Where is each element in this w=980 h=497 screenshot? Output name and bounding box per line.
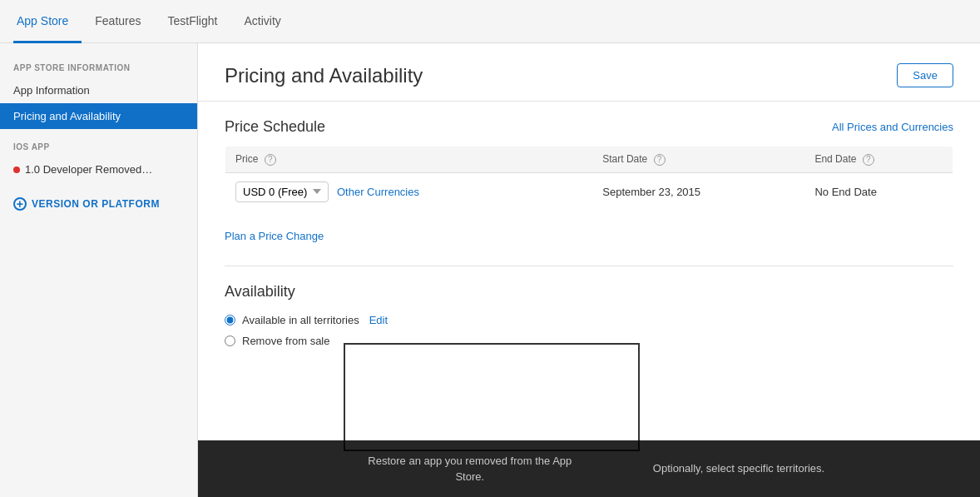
sidebar: APP STORE INFORMATION App Information Pr… xyxy=(0,43,198,497)
page-header: Pricing and Availability Save xyxy=(198,43,980,102)
tooltip-overlay: Restore an app you removed from the App … xyxy=(198,440,980,497)
price-select[interactable]: USD 0 (Free) xyxy=(235,181,329,202)
radio-available-input[interactable] xyxy=(225,315,235,326)
col-price: Price ? xyxy=(225,147,593,173)
edit-territories-link[interactable]: Edit xyxy=(369,314,388,326)
page-title: Pricing and Availability xyxy=(225,64,423,87)
nav-item-features[interactable]: Features xyxy=(82,0,154,43)
main-content: Pricing and Availability Save Price Sche… xyxy=(198,43,980,497)
col-start-date: Start Date ? xyxy=(592,147,804,173)
sidebar-section-label: APP STORE INFORMATION xyxy=(0,57,197,77)
radio-option-available: Available in all territories Edit xyxy=(225,314,953,326)
red-status-dot xyxy=(13,166,20,173)
save-button[interactable]: Save xyxy=(897,63,953,87)
all-prices-link[interactable]: All Prices and Currencies xyxy=(832,121,953,133)
sidebar-ios-label: iOS APP xyxy=(0,129,197,157)
availability-section: Availability Available in all territorie… xyxy=(198,266,980,372)
tooltip-text-1: Restore an app you removed from the App … xyxy=(354,453,587,485)
price-help-icon[interactable]: ? xyxy=(265,154,276,166)
other-currencies-link[interactable]: Other Currencies xyxy=(337,186,419,198)
layout: APP STORE INFORMATION App Information Pr… xyxy=(0,43,980,497)
price-select-wrap: USD 0 (Free) Other Currencies xyxy=(235,181,419,202)
start-date-help-icon[interactable]: ? xyxy=(654,154,666,166)
nav-item-testflight[interactable]: TestFlight xyxy=(155,0,231,43)
col-end-date: End Date ? xyxy=(804,147,953,173)
add-version-button[interactable]: + VERSION OR PLATFORM xyxy=(0,189,197,219)
radio-remove-input[interactable] xyxy=(225,335,235,346)
nav-item-appstore[interactable]: App Store xyxy=(13,0,82,43)
price-schedule-header: Price Schedule All Prices and Currencies xyxy=(225,118,953,136)
tooltip-text-2: Optionally, select specific territories. xyxy=(653,460,824,477)
sidebar-item-ios-version[interactable]: 1.0 Developer Removed… xyxy=(0,157,197,182)
price-cell: USD 0 (Free) Other Currencies xyxy=(225,172,593,211)
start-date-cell: September 23, 2015 xyxy=(592,172,804,211)
end-date-help-icon[interactable]: ? xyxy=(863,154,874,166)
radio-option-remove: Remove from sale xyxy=(225,335,953,347)
price-table: Price ? Start Date ? End Date ? xyxy=(225,146,953,211)
sidebar-item-app-information[interactable]: App Information xyxy=(0,77,197,103)
plus-circle-icon: + xyxy=(13,197,27,211)
sidebar-item-pricing[interactable]: Pricing and Availability xyxy=(0,103,197,129)
top-nav: App Store Features TestFlight Activity xyxy=(0,0,980,43)
nav-item-activity[interactable]: Activity xyxy=(230,0,294,43)
end-date-cell: No End Date xyxy=(804,172,953,211)
availability-title: Availability xyxy=(225,283,953,301)
price-schedule-title: Price Schedule xyxy=(225,118,325,136)
table-row: USD 0 (Free) Other Currencies September … xyxy=(225,172,953,211)
price-schedule-section: Price Schedule All Prices and Currencies… xyxy=(198,102,980,266)
plan-price-change-link[interactable]: Plan a Price Change xyxy=(225,220,324,252)
